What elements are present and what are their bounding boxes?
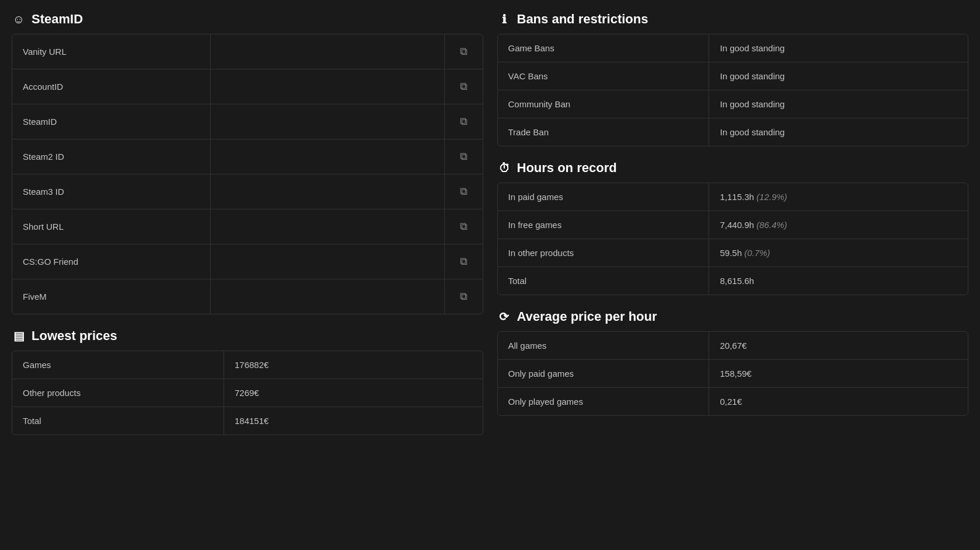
table-row: SteamID ⧉ — [12, 104, 483, 139]
avg-label: Only paid games — [498, 360, 709, 388]
table-row: Game Bans In good standing — [498, 34, 968, 62]
table-row: In free games 7,440.9h (86.4%) — [498, 211, 968, 239]
hours-percent: (0.7%) — [744, 248, 770, 258]
table-row: Trade Ban In good standing — [498, 118, 968, 146]
hours-table: In paid games 1,115.3h (12.9%) In free g… — [498, 183, 968, 295]
lowest-prices-title: ▤ Lowest prices — [12, 328, 483, 344]
hours-value: 8,615.6h — [709, 267, 968, 295]
hours-label: Total — [498, 267, 709, 295]
steamid-value — [211, 34, 444, 69]
steamid-label: Short URL — [12, 209, 211, 244]
lowest-prices-icon: ▤ — [12, 329, 26, 343]
copy-button[interactable]: ⧉ — [455, 148, 472, 165]
price-value: 7269€ — [224, 379, 482, 407]
hours-value: 7,440.9h (86.4%) — [709, 211, 968, 239]
steamid-value — [211, 139, 444, 174]
lowest-prices-table-container: Games 176882€ Other products 7269€ Total… — [12, 351, 483, 435]
lowest-prices-table: Games 176882€ Other products 7269€ Total… — [12, 351, 483, 435]
copy-button[interactable]: ⧉ — [455, 288, 472, 305]
copy-cell[interactable]: ⧉ — [444, 69, 483, 104]
copy-cell[interactable]: ⧉ — [444, 34, 483, 69]
table-row: Steam2 ID ⧉ — [12, 139, 483, 174]
left-column: ☺ SteamID Vanity URL ⧉ AccountID ⧉ Steam… — [12, 12, 483, 435]
table-row: Only paid games 158,59€ — [498, 360, 968, 388]
ban-value: In good standing — [709, 34, 968, 62]
ban-label: Game Bans — [498, 34, 709, 62]
steamid-label: CS:GO Friend — [12, 244, 211, 279]
copy-cell[interactable]: ⧉ — [444, 209, 483, 244]
hours-percent: (12.9%) — [756, 192, 787, 202]
avg-value: 0,21€ — [709, 388, 968, 416]
steamid-label: AccountID — [12, 69, 211, 104]
price-value: 184151€ — [224, 407, 482, 435]
steamid-value — [211, 104, 444, 139]
table-row: Vanity URL ⧉ — [12, 34, 483, 69]
steamid-value — [211, 279, 444, 314]
table-row: All games 20,67€ — [498, 332, 968, 360]
ban-label: Community Ban — [498, 90, 709, 118]
hours-percent: (86.4%) — [756, 220, 787, 230]
hours-value: 1,115.3h (12.9%) — [709, 183, 968, 211]
avg-value: 158,59€ — [709, 360, 968, 388]
copy-button[interactable]: ⧉ — [455, 253, 472, 270]
bans-icon: ℹ — [497, 12, 511, 26]
main-grid: ☺ SteamID Vanity URL ⧉ AccountID ⧉ Steam… — [12, 12, 968, 435]
copy-button[interactable]: ⧉ — [455, 43, 472, 60]
steamid-value — [211, 244, 444, 279]
ban-value: In good standing — [709, 62, 968, 90]
bans-table: Game Bans In good standing VAC Bans In g… — [498, 34, 968, 146]
copy-cell[interactable]: ⧉ — [444, 174, 483, 209]
table-row: Games 176882€ — [12, 351, 483, 379]
avg-price-section: ⟳ Average price per hour All games 20,67… — [497, 309, 969, 416]
price-label: Other products — [12, 379, 224, 407]
bans-title: ℹ Bans and restrictions — [497, 12, 969, 27]
table-row: Community Ban In good standing — [498, 90, 968, 118]
hours-label: In paid games — [498, 183, 709, 211]
hours-title: ⏱ Hours on record — [497, 160, 969, 176]
price-label: Games — [12, 351, 224, 379]
avg-price-title: ⟳ Average price per hour — [497, 309, 969, 324]
steamid-value — [211, 174, 444, 209]
steamid-table: Vanity URL ⧉ AccountID ⧉ SteamID ⧉ Steam… — [12, 34, 483, 314]
lowest-prices-section: ▤ Lowest prices Games 176882€ Other prod… — [12, 328, 483, 435]
copy-cell[interactable]: ⧉ — [444, 244, 483, 279]
hours-label: In free games — [498, 211, 709, 239]
bans-section: ℹ Bans and restrictions Game Bans In goo… — [497, 12, 969, 146]
copy-button[interactable]: ⧉ — [455, 113, 472, 130]
ban-value: In good standing — [709, 118, 968, 146]
price-value: 176882€ — [224, 351, 482, 379]
copy-cell[interactable]: ⧉ — [444, 139, 483, 174]
steamid-label: Steam3 ID — [12, 174, 211, 209]
price-label: Total — [12, 407, 224, 435]
avg-price-table: All games 20,67€ Only paid games 158,59€… — [498, 332, 968, 415]
hours-icon: ⏱ — [497, 161, 511, 175]
avg-label: All games — [498, 332, 709, 360]
table-row: FiveM ⧉ — [12, 279, 483, 314]
copy-cell[interactable]: ⧉ — [444, 279, 483, 314]
copy-button[interactable]: ⧉ — [455, 218, 472, 235]
copy-button[interactable]: ⧉ — [455, 78, 472, 95]
avg-price-icon: ⟳ — [497, 310, 511, 324]
table-row: AccountID ⧉ — [12, 69, 483, 104]
copy-button[interactable]: ⧉ — [455, 183, 472, 200]
steamid-label: FiveM — [12, 279, 211, 314]
steamid-table-container: Vanity URL ⧉ AccountID ⧉ SteamID ⧉ Steam… — [12, 34, 483, 314]
steamid-title: ☺ SteamID — [12, 12, 483, 27]
steamid-value — [211, 69, 444, 104]
steamid-label: Vanity URL — [12, 34, 211, 69]
steamid-label: Steam2 ID — [12, 139, 211, 174]
copy-cell[interactable]: ⧉ — [444, 104, 483, 139]
table-row: In other products 59.5h (0.7%) — [498, 239, 968, 267]
steamid-value — [211, 209, 444, 244]
table-row: CS:GO Friend ⧉ — [12, 244, 483, 279]
ban-label: VAC Bans — [498, 62, 709, 90]
avg-label: Only played games — [498, 388, 709, 416]
steamid-icon: ☺ — [12, 12, 26, 26]
bans-table-container: Game Bans In good standing VAC Bans In g… — [497, 34, 969, 146]
steamid-section: ☺ SteamID Vanity URL ⧉ AccountID ⧉ Steam… — [12, 12, 483, 314]
hours-label: In other products — [498, 239, 709, 267]
hours-table-container: In paid games 1,115.3h (12.9%) In free g… — [497, 183, 969, 295]
hours-value: 59.5h (0.7%) — [709, 239, 968, 267]
table-row: Steam3 ID ⧉ — [12, 174, 483, 209]
right-column: ℹ Bans and restrictions Game Bans In goo… — [497, 12, 969, 435]
